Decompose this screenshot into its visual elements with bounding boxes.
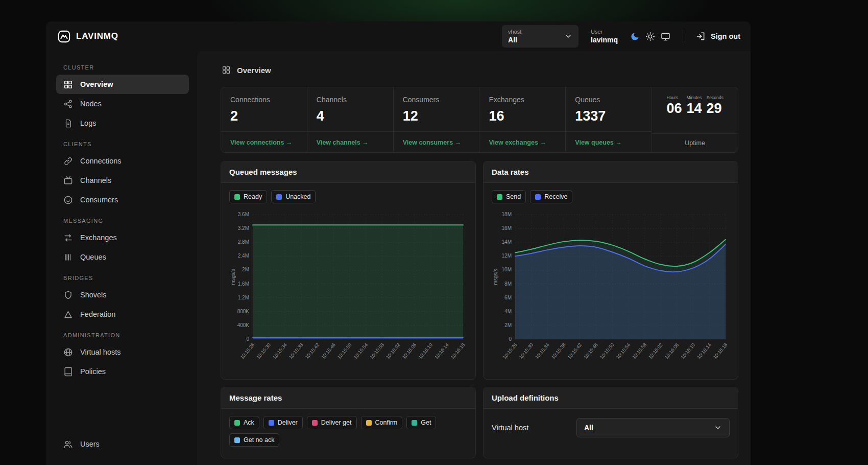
legend-item-deliver[interactable]: Deliver <box>263 416 303 429</box>
stat-label: Queues <box>575 96 642 104</box>
svg-text:4M: 4M <box>504 309 512 314</box>
stat-value: 1337 <box>575 108 642 124</box>
monitor-theme-icon[interactable] <box>661 32 670 41</box>
bottom-row: Message rates AckDeliverDeliver getConfi… <box>221 387 738 458</box>
vhost-select-value: All <box>508 36 521 44</box>
svg-text:800K: 800K <box>237 309 250 314</box>
stat-value: 2 <box>230 108 298 124</box>
legend-item-ready[interactable]: Ready <box>229 190 267 203</box>
card-title: Queued messages <box>221 161 475 183</box>
svg-text:10:15:54: 10:15:54 <box>615 342 631 360</box>
virtual-host-select[interactable]: All <box>576 418 730 437</box>
svg-text:8M: 8M <box>504 281 512 287</box>
legend-item-send[interactable]: Send <box>492 190 526 203</box>
svg-text:10:15:34: 10:15:34 <box>534 342 550 360</box>
view-queues-link[interactable]: View queues → <box>575 139 621 146</box>
queued-messages-legend: ReadyUnacked <box>229 190 467 203</box>
stat-value: 16 <box>489 108 556 124</box>
stat-card-channels: Channels 4 View channels → <box>307 87 393 152</box>
legend-label: Deliver <box>278 419 298 426</box>
svg-text:2.8M: 2.8M <box>238 239 249 245</box>
legend-item-get[interactable]: Get <box>406 416 436 429</box>
view-connections-link[interactable]: View connections → <box>230 139 292 146</box>
sidebar-item-consumers[interactable]: Consumers <box>56 190 189 210</box>
nodes-icon <box>63 99 73 109</box>
sidebar-section-cluster: CLUSTER <box>63 64 189 71</box>
legend-label: Ready <box>244 193 262 200</box>
sidebar-item-label: Connections <box>80 157 122 165</box>
stat-label: Consumers <box>403 96 470 104</box>
moon-theme-icon[interactable] <box>630 32 640 41</box>
view-exchanges-link[interactable]: View exchanges → <box>489 139 546 146</box>
legend-item-ack[interactable]: Ack <box>229 416 259 429</box>
svg-text:10M: 10M <box>502 267 512 272</box>
queued-messages-card: Queued messages ReadyUnacked 0400K800K1.… <box>221 161 476 380</box>
sidebar-item-federation[interactable]: Federation <box>56 305 189 324</box>
svg-text:10:15:50: 10:15:50 <box>336 342 352 360</box>
topbar: LAVINMQ vhost All User lavinmq <box>46 21 751 51</box>
data-rates-legend: SendReceive <box>492 190 730 203</box>
view-channels-link[interactable]: View channels → <box>317 139 369 146</box>
legend-label: Send <box>506 193 521 200</box>
shield-icon <box>63 290 73 300</box>
uptime-value: 14 <box>687 101 702 116</box>
legend-swatch <box>234 437 240 443</box>
sidebar-item-logs[interactable]: Logs <box>56 113 189 133</box>
sidebar-item-virtual-hosts[interactable]: Virtual hosts <box>56 342 189 362</box>
legend-swatch <box>497 194 502 200</box>
sidebar-item-channels[interactable]: Channels <box>56 171 189 190</box>
brand-name: LAVINMQ <box>76 31 118 41</box>
svg-text:2.4M: 2.4M <box>238 253 249 259</box>
stat-card-connections: Connections 2 View connections → <box>221 87 307 152</box>
user-label: User <box>591 29 618 35</box>
sidebar-item-label: Overview <box>80 80 113 88</box>
main-content: Overview Connections 2 View connections … <box>197 51 751 465</box>
globe-icon <box>63 347 73 357</box>
legend-label: Get <box>421 419 431 426</box>
sidebar-item-queues[interactable]: Queues <box>56 247 189 267</box>
svg-text:400K: 400K <box>237 322 250 328</box>
virtual-host-label: Virtual host <box>492 424 528 432</box>
legend-item-confirm[interactable]: Confirm <box>361 416 403 429</box>
chevron-down-icon <box>714 424 722 432</box>
sidebar-item-exchanges[interactable]: Exchanges <box>56 228 189 247</box>
svg-text:10:15:50: 10:15:50 <box>598 342 615 360</box>
svg-text:10:16:18: 10:16:18 <box>712 342 728 360</box>
view-consumers-link[interactable]: View consumers → <box>403 139 461 146</box>
sidebar-item-nodes[interactable]: Nodes <box>56 94 189 113</box>
app-window: LAVINMQ vhost All User lavinmq <box>46 21 751 465</box>
stat-card-consumers: Consumers 12 View consumers → <box>393 87 479 152</box>
svg-text:10:15:34: 10:15:34 <box>272 342 288 360</box>
sign-out-button[interactable]: Sign out <box>695 31 740 41</box>
svg-text:3.2M: 3.2M <box>238 225 249 231</box>
sidebar-item-users[interactable]: Users <box>56 434 189 454</box>
svg-text:0: 0 <box>246 336 249 342</box>
sidebar-section-messaging: MESSAGING <box>63 218 189 224</box>
svg-text:10:15:42: 10:15:42 <box>304 342 320 360</box>
sidebar-item-label: Nodes <box>80 100 102 108</box>
legend-item-unacked[interactable]: Unacked <box>271 190 316 203</box>
sun-theme-icon[interactable] <box>645 32 655 41</box>
legend-item-get-no-ack[interactable]: Get no ack <box>229 433 279 447</box>
sidebar-item-shovels[interactable]: Shovels <box>56 285 189 305</box>
legend-item-receive[interactable]: Receive <box>530 190 572 203</box>
svg-text:12M: 12M <box>502 253 512 259</box>
uptime-footer: Uptime <box>652 133 738 152</box>
stat-label: Channels <box>317 96 384 104</box>
legend-item-deliver-get[interactable]: Deliver get <box>307 416 357 429</box>
grid-icon <box>63 80 73 89</box>
document-icon <box>63 119 73 128</box>
legend-label: Receive <box>544 193 567 200</box>
sidebar-item-overview[interactable]: Overview <box>56 75 189 94</box>
svg-text:2M: 2M <box>242 267 249 272</box>
sidebar-item-connections[interactable]: Connections <box>56 151 189 171</box>
sidebar-item-policies[interactable]: Policies <box>56 362 189 381</box>
topbar-right: vhost All User lavinmq <box>502 25 740 48</box>
stat-value: 4 <box>317 108 384 124</box>
message-rates-card: Message rates AckDeliverDeliver getConfi… <box>221 387 476 458</box>
svg-text:0: 0 <box>509 336 512 342</box>
vhost-select[interactable]: vhost All <box>502 25 578 48</box>
smiley-icon <box>63 195 73 205</box>
sign-out-label: Sign out <box>711 32 740 40</box>
brand[interactable]: LAVINMQ <box>57 30 118 43</box>
